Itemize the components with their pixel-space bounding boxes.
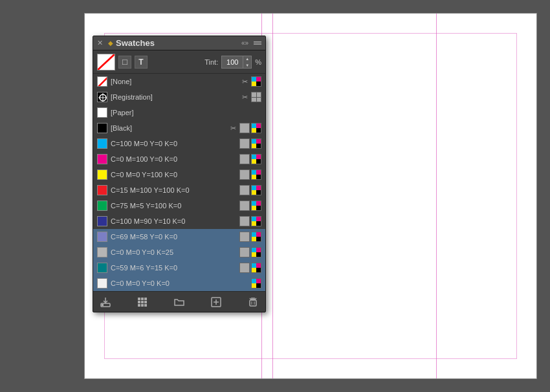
q-k5: [256, 206, 261, 210]
gray-icon-blue: [239, 216, 250, 226]
swatch-item-black[interactable]: [Black]: [93, 120, 265, 136]
q-k9: [256, 268, 261, 272]
cmyk-m-b: [256, 124, 261, 128]
swatch-view-button[interactable]: [135, 295, 149, 309]
swatch-item-paper[interactable]: [Paper]: [93, 105, 265, 120]
swatch-color-none: [97, 76, 107, 87]
q-m7: [256, 232, 261, 237]
svg-rect-13: [138, 304, 140, 307]
swatch-name-paper: [Paper]: [111, 109, 261, 116]
svg-line-25: [255, 298, 256, 299]
stroke-color-btn[interactable]: □: [118, 56, 131, 69]
cmyk-y-b: [252, 128, 256, 133]
cmyk-quad-blue: [252, 217, 261, 226]
cmyk-c: [252, 77, 256, 82]
guide-line-3: [436, 14, 437, 378]
q-k6: [256, 221, 261, 226]
add-icon: [211, 297, 221, 307]
q-y10: [252, 283, 256, 288]
swatch-item-none[interactable]: [None]: [93, 74, 265, 89]
swatch-item-gray25[interactable]: C=0 M=0 Y=0 K=25: [93, 245, 265, 260]
new-swatch-button[interactable]: [209, 295, 223, 309]
type-btn[interactable]: T: [135, 56, 148, 69]
cmyk-icon-black: [251, 123, 261, 133]
gray-icon-gray25: [239, 247, 250, 257]
svg-rect-12: [144, 301, 147, 303]
q-c9: [252, 263, 256, 268]
scissors-icon-reg: [239, 92, 250, 102]
cmyk-icon-magenta: [251, 154, 261, 164]
cmyk-quad-gray25: [252, 248, 261, 257]
swatch-item-blue[interactable]: C=100 M=90 Y=10 K=0: [93, 213, 265, 229]
swatch-color-periwinkle: [97, 232, 107, 242]
none-slash-icon: [98, 77, 107, 87]
collapse-button[interactable]: «»: [241, 39, 248, 47]
swatch-color-yellow: [97, 169, 107, 180]
q-m2: [256, 155, 261, 159]
swatch-item-red[interactable]: C=15 M=100 Y=100 K=0: [93, 182, 265, 198]
q-c: [252, 139, 256, 144]
load-swatches-button[interactable]: [98, 295, 113, 309]
swatch-item-cyan[interactable]: C=100 M=0 Y=0 K=0: [93, 136, 265, 151]
swatch-item-yellow[interactable]: C=0 M=0 Y=100 K=0: [93, 167, 265, 182]
swatch-name-none: [None]: [111, 78, 236, 85]
swatch-item-green[interactable]: C=75 M=5 Y=100 K=0: [93, 198, 265, 213]
q-c8: [252, 248, 256, 252]
cmyk-quad-magenta: [252, 155, 261, 164]
swatch-name-registration: [Registration]: [111, 93, 236, 101]
svg-rect-14: [141, 304, 144, 307]
swatch-color-white2: [97, 278, 107, 289]
swatch-folder-button[interactable]: [172, 295, 186, 309]
cmyk-icon-green: [251, 201, 261, 211]
swatch-cyan-icons: [239, 138, 261, 149]
swatch-name-red: C=15 M=100 Y=100 K=0: [111, 186, 236, 194]
swatch-item-teal[interactable]: C=59 M=6 Y=15 K=0: [93, 260, 265, 276]
q-m5: [256, 201, 261, 206]
cmyk-quad-cyan: [252, 139, 261, 148]
cmyk-quad-periwinkle: [252, 232, 261, 241]
scissors-icon-black: [228, 123, 238, 133]
swatch-color-gray25: [97, 247, 107, 257]
q-k: [256, 144, 261, 148]
panel-menu-button[interactable]: [254, 41, 261, 45]
svg-rect-8: [141, 298, 144, 300]
swatch-list[interactable]: [None]: [93, 74, 265, 291]
swatch-item-white2[interactable]: C=0 M=0 Y=0 K=0: [93, 276, 265, 291]
tint-input[interactable]: [222, 58, 243, 66]
svg-line-24: [250, 298, 251, 299]
q-c3: [252, 170, 256, 175]
q-k10: [256, 283, 261, 288]
load-icon: [100, 297, 111, 307]
tint-down-arrow[interactable]: ▼: [243, 62, 251, 69]
swatch-color-magenta: [97, 154, 107, 164]
q-m10: [256, 279, 261, 283]
cmyk-k: [256, 82, 261, 86]
swatches-panel: ✕ ◆ Swatches «» □ T: [93, 36, 266, 312]
delete-swatch-button[interactable]: [246, 295, 260, 309]
swatch-color-blue: [97, 216, 107, 226]
cmyk-icon-teal: [251, 263, 261, 273]
swatch-none-icons: [239, 76, 261, 87]
q-y2: [252, 159, 256, 164]
swatch-gray25-icons: [239, 247, 261, 257]
cmyk-quad-yellow: [252, 170, 261, 179]
registration-icon-svg: [98, 93, 107, 102]
cmyk-icon-cyan: [251, 138, 261, 149]
swatch-item-periwinkle[interactable]: C=69 M=58 Y=0 K=0: [93, 229, 265, 245]
svg-rect-7: [138, 298, 140, 300]
swatch-name-cyan: C=100 M=0 Y=0 K=0: [111, 140, 236, 147]
q-y3: [252, 175, 256, 179]
swatch-color-red: [97, 185, 107, 195]
cmyk-icon-gray25: [251, 247, 261, 257]
swatch-item-magenta[interactable]: C=0 M=100 Y=0 K=0: [93, 151, 265, 167]
q-k4: [256, 190, 261, 195]
q-m9: [256, 263, 261, 268]
q-c7: [252, 232, 256, 237]
tint-up-arrow[interactable]: ▲: [243, 56, 251, 62]
fill-color-preview[interactable]: [97, 54, 115, 71]
gray-icon-magenta: [239, 154, 250, 164]
tint-row: □ T Tint: ▲ ▼ %: [93, 50, 265, 74]
cmyk-c-b: [252, 124, 256, 128]
swatch-item-registration[interactable]: [Registration]: [93, 89, 265, 105]
close-button[interactable]: ✕: [97, 39, 103, 47]
